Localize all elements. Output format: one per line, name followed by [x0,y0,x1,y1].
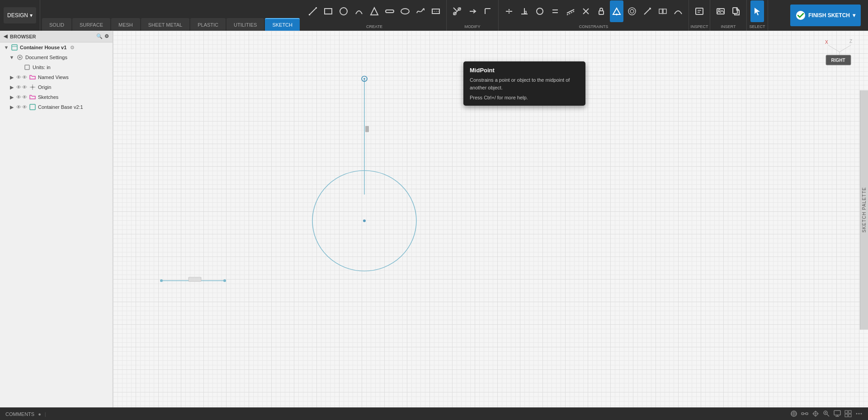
expand-icon: ▶ [9,84,14,90]
ellipse-tool-button[interactable] [398,0,412,22]
tree-item-label: Sketches [38,94,58,100]
svg-rect-87 [845,411,848,413]
eye-icon: 👁 [16,75,21,80]
tab-sheet-metal[interactable]: SHEET METAL [141,18,189,31]
select-button[interactable] [750,0,764,22]
fillet-button[interactable] [481,0,495,22]
svg-marker-29 [613,8,620,14]
comments-toggle-icon[interactable]: ● [38,411,41,417]
tree-item-label: Container House v1 [20,45,66,50]
svg-rect-90 [849,414,851,417]
corner-rect-button[interactable] [429,0,443,22]
component-settings-icon: ⚙ [70,45,75,51]
svg-point-21 [537,8,543,14]
coincident-constraint-button[interactable] [579,0,593,22]
tree-item-container-house[interactable]: ▼ Container House v1 ⚙ [0,42,113,52]
symmetric-constraint-button[interactable] [656,0,670,22]
pan-icon[interactable] [812,410,819,418]
svg-point-59 [363,78,365,79]
svg-rect-65 [189,277,201,282]
tangent-constraint-button[interactable] [641,0,654,22]
tree-item-doc-settings[interactable]: ▼ Document Settings [0,52,113,62]
finish-sketch-button[interactable]: FINISH SKETCH ▾ [790,5,861,26]
design-button[interactable]: DESIGN ▾ [4,7,36,23]
svg-rect-37 [696,8,703,14]
rectangle-tool-button[interactable] [321,0,335,22]
svg-line-24 [567,9,574,13]
insert-dxf-button[interactable] [729,0,743,22]
lock-constraint-button[interactable] [594,0,608,22]
tree-item-sketches[interactable]: ▶ 👁 👁 Sketches [0,92,113,102]
eye-icon2: 👁 [22,104,27,110]
comments-label: COMMENTS [5,411,34,417]
tree-item-label: Document Settings [25,55,67,60]
extend-button[interactable] [466,0,479,22]
tab-solid[interactable]: SOLID [42,18,71,31]
tab-mesh[interactable]: MESH [111,18,140,31]
tab-sketch[interactable]: SKETCH [265,18,300,31]
display-mode-icon[interactable] [834,410,841,418]
slot-tool-button[interactable] [383,0,396,22]
tab-utilities[interactable]: UTILITIES [226,18,264,31]
concentric-constraint-button[interactable] [625,0,639,22]
grid-toggle-icon[interactable] [844,410,852,418]
more-options-icon[interactable] [855,410,863,418]
collapse-browser-icon[interactable]: ◀ [4,33,7,39]
svg-point-91 [856,413,858,414]
component-icon [11,44,18,51]
tree-item-label: Container Base v2:1 [38,104,83,110]
arc-tool-button[interactable] [352,0,366,22]
circle-tool-button[interactable] [337,0,350,22]
midpoint-tooltip: MidPoint Constrains a point or object to… [463,61,585,106]
equal-constraint-button[interactable] [548,0,562,22]
tab-plastic[interactable]: PLASTIC [190,18,226,31]
svg-line-25 [567,11,574,15]
sketch-palette-panel[interactable]: SKETCH PALETTE [860,90,868,330]
eye-icon2: 👁 [22,75,27,80]
tree-item-container-base[interactable]: ▶ 👁 👁 Container Base v2:1 [0,102,113,112]
tree-item-origin[interactable]: ▶ 👁 👁 Origin [0,82,113,92]
perpendicular-constraint-button[interactable] [518,0,531,22]
svg-point-50 [19,56,21,58]
browser-search-icon[interactable]: 🔍 [96,33,103,39]
viewcube[interactable]: Z X RIGHT [824,36,855,68]
snap-icon[interactable] [801,410,808,418]
constraints-label: CONSTRAINTS [579,24,609,29]
svg-rect-84 [834,411,840,415]
tree-item-named-views[interactable]: ▶ 👁 👁 Named Views [0,72,113,82]
tree-item-units[interactable]: ▶ Units: in [0,62,113,72]
trim-button[interactable] [450,0,464,22]
tab-surface[interactable]: SURFACE [72,18,110,31]
sketches-folder-icon [29,93,36,101]
svg-line-67 [828,45,840,52]
line-tool-button[interactable] [306,0,320,22]
svg-text:Z: Z [849,39,852,44]
insert-image-button[interactable] [714,0,727,22]
svg-marker-45 [755,8,760,15]
svg-line-0 [309,8,316,15]
svg-text:X: X [825,40,828,45]
main-canvas[interactable]: MidPoint Constrains a point or object to… [113,31,868,407]
statusbar: COMMENTS ● | [0,407,868,420]
inspect-button[interactable] [693,0,706,22]
zoom-icon[interactable] [823,410,830,418]
horizontal-constraint-button[interactable] [502,0,516,22]
svg-point-92 [859,413,860,414]
smooth-constraint-button[interactable] [671,0,685,22]
midpoint-constraint-button[interactable] [610,0,623,22]
svg-rect-6 [386,10,394,13]
browser-options-icon[interactable]: ⚙ [104,33,109,39]
svg-point-60 [363,219,366,222]
toolbar: DESIGN ▾ SOLID SURFACE MESH SHEET METAL … [0,0,868,31]
spline-tool-button[interactable] [414,0,427,22]
grid-icon[interactable] [790,410,797,418]
eye-icon: 👁 [16,104,21,110]
expand-icon: ▶ [9,104,14,110]
svg-line-66 [840,45,851,52]
svg-rect-1 [309,14,310,15]
svg-point-4 [340,8,347,15]
svg-rect-35 [663,9,666,14]
collinear-constraint-button[interactable] [564,0,577,22]
circle-constraint-button[interactable] [533,0,547,22]
polygon-tool-button[interactable] [368,0,381,22]
